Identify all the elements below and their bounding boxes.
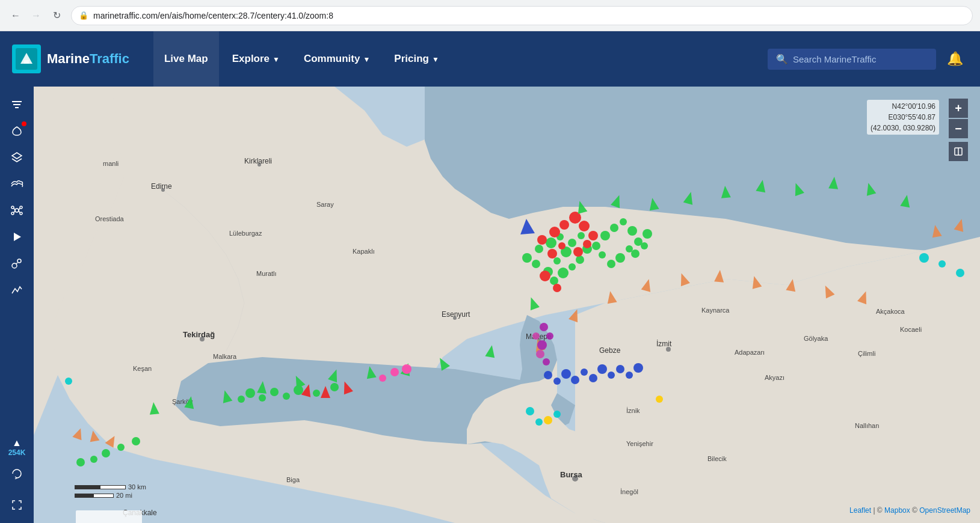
svg-point-140 xyxy=(535,418,543,426)
mapbox-link[interactable]: Mapbox xyxy=(884,506,910,515)
svg-point-138 xyxy=(553,411,561,418)
reload-button[interactable]: ↻ xyxy=(48,7,65,24)
leaflet-link[interactable]: Leaflet xyxy=(849,506,871,515)
svg-text:Edirne: Edirne xyxy=(151,182,172,191)
svg-text:Orestiada: Orestiada xyxy=(95,215,125,222)
sidebar-network-btn[interactable] xyxy=(5,198,29,222)
svg-text:Keşan: Keşan xyxy=(133,365,152,372)
svg-point-137 xyxy=(65,378,72,385)
svg-point-17 xyxy=(17,259,21,263)
svg-text:Yenişehir: Yenişehir xyxy=(626,440,653,447)
scale-km: 30 km xyxy=(75,483,146,491)
svg-point-169 xyxy=(919,253,929,263)
zoom-in-button[interactable]: + xyxy=(949,99,968,118)
svg-point-87 xyxy=(600,231,610,240)
svg-point-65 xyxy=(553,257,561,265)
svg-text:İznik: İznik xyxy=(626,407,640,414)
svg-marker-15 xyxy=(14,233,21,241)
svg-line-18 xyxy=(16,263,17,264)
svg-point-174 xyxy=(132,437,140,445)
coord-lon: E030°55′40.87 xyxy=(871,112,935,123)
svg-marker-5 xyxy=(12,153,22,159)
nav-pricing[interactable]: Pricing ▼ xyxy=(383,31,450,87)
svg-point-176 xyxy=(102,449,110,457)
svg-text:Kirklareli: Kirklareli xyxy=(244,157,272,165)
svg-point-143 xyxy=(330,383,339,391)
nav-explore[interactable]: Explore ▼ xyxy=(221,31,291,87)
coord-lat: N42°00′10.96 xyxy=(871,101,935,112)
svg-point-84 xyxy=(540,271,550,281)
map-zoom-controls: + − xyxy=(949,99,968,161)
svg-point-68 xyxy=(578,232,585,239)
nav-buttons: ← → ↻ xyxy=(7,7,65,24)
back-button[interactable]: ← xyxy=(7,7,24,24)
svg-point-123 xyxy=(571,376,579,384)
svg-point-63 xyxy=(532,260,540,268)
nav-live-map[interactable]: Live Map xyxy=(153,31,219,87)
svg-point-178 xyxy=(76,458,85,466)
scale-km-label: 30 km xyxy=(128,483,146,491)
svg-point-60 xyxy=(535,245,543,253)
svg-point-72 xyxy=(558,268,569,278)
svg-text:Malkara: Malkara xyxy=(213,353,237,360)
svg-point-175 xyxy=(117,444,125,451)
svg-point-141 xyxy=(544,416,552,424)
svg-line-13 xyxy=(14,210,15,213)
notification-button[interactable]: 🔔 xyxy=(942,46,968,72)
sidebar-measure-btn[interactable] xyxy=(5,251,29,275)
svg-point-129 xyxy=(626,372,633,379)
sidebar-filter-btn[interactable] xyxy=(5,93,29,117)
svg-text:Bilecik: Bilecik xyxy=(707,455,727,462)
url-text: marinetraffic.com/en/ais/home/centerx:28… xyxy=(93,11,965,20)
svg-point-98 xyxy=(631,249,639,258)
svg-point-144 xyxy=(313,390,320,397)
nav-community[interactable]: Community ▼ xyxy=(293,31,381,87)
svg-point-82 xyxy=(558,242,566,249)
search-box[interactable]: 🔍 Search MarineTraffic xyxy=(768,49,936,70)
svg-text:Kaynarca: Kaynarca xyxy=(701,307,730,314)
svg-point-96 xyxy=(643,229,652,239)
svg-point-124 xyxy=(581,369,588,376)
main-content: ▲ 254K xyxy=(0,87,980,523)
logo-area[interactable]: MarineTraffic xyxy=(12,44,129,73)
svg-point-146 xyxy=(283,393,290,400)
svg-point-179 xyxy=(390,368,399,376)
map-container[interactable]: manli Edirne Kirklareli Orestiada Lülebu… xyxy=(34,87,980,523)
svg-point-61 xyxy=(546,237,556,248)
svg-point-71 xyxy=(569,263,576,271)
forward-button[interactable]: → xyxy=(28,7,45,24)
vessel-count-icon: ▲ xyxy=(12,438,22,448)
map-book-button[interactable] xyxy=(949,142,968,161)
svg-text:Biga: Biga xyxy=(286,476,300,483)
sidebar-analytics-btn[interactable] xyxy=(5,278,29,302)
svg-point-90 xyxy=(627,226,637,236)
sidebar-loop-btn[interactable] xyxy=(5,462,29,486)
address-bar[interactable]: 🔒 marinetraffic.com/en/ais/home/centerx:… xyxy=(71,6,973,25)
sidebar-weather-btn[interactable] xyxy=(5,172,29,196)
sidebar-play-btn[interactable] xyxy=(5,225,29,249)
svg-point-89 xyxy=(620,218,627,225)
community-chevron-icon: ▼ xyxy=(363,55,370,64)
map-background: manli Edirne Kirklareli Orestiada Lülebu… xyxy=(34,87,980,523)
zoom-out-button[interactable]: − xyxy=(949,119,968,138)
search-placeholder-text: Search MarineTraffic xyxy=(793,54,876,64)
sidebar-favorite-btn[interactable] xyxy=(5,119,29,143)
svg-point-148 xyxy=(259,394,266,402)
sidebar-fullscreen-btn[interactable] xyxy=(5,493,29,517)
osm-link[interactable]: OpenStreetMap xyxy=(919,506,970,515)
navbar: MarineTraffic Live Map Explore ▼ Communi… xyxy=(0,31,980,87)
svg-point-83 xyxy=(547,249,557,258)
svg-text:Bursa: Bursa xyxy=(560,470,583,479)
scale-bar: 30 km 20 mi xyxy=(75,483,146,500)
svg-point-139 xyxy=(526,407,534,415)
vessel-count-text: 254K xyxy=(8,448,26,457)
svg-text:Saray: Saray xyxy=(316,201,334,208)
nav-search-area: 🔍 Search MarineTraffic 🔔 xyxy=(768,46,968,72)
sidebar-layers-btn[interactable] xyxy=(5,145,29,170)
svg-point-81 xyxy=(573,247,583,257)
svg-point-80 xyxy=(583,240,591,248)
lock-icon: 🔒 xyxy=(79,11,88,20)
svg-point-135 xyxy=(536,350,544,358)
svg-point-122 xyxy=(561,369,571,379)
svg-point-132 xyxy=(546,332,553,340)
